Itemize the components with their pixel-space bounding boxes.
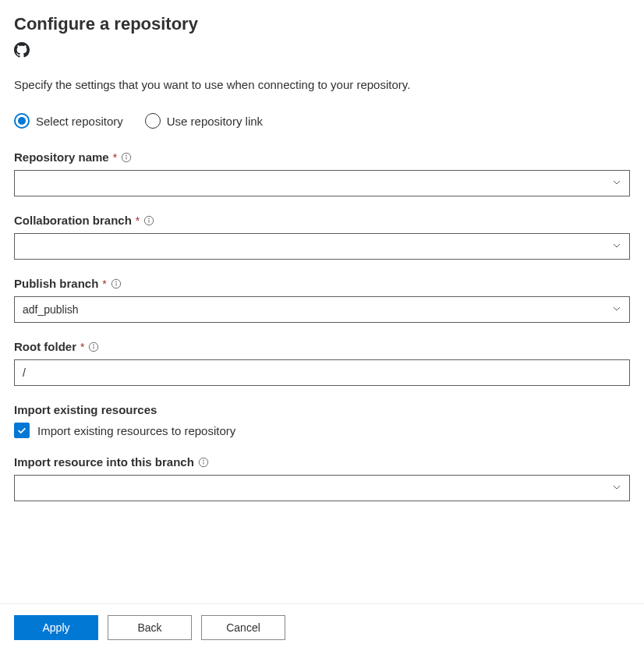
import-branch-dropdown[interactable] (14, 475, 630, 501)
chevron-down-icon (612, 240, 621, 253)
repository-name-field-group: Repository name * (14, 150, 630, 196)
collaboration-branch-dropdown[interactable] (14, 233, 630, 260)
repository-mode-radio-group: Select repository Use repository link (14, 113, 630, 129)
radio-unselected-icon (145, 113, 161, 129)
required-indicator: * (113, 151, 117, 164)
github-icon (14, 47, 30, 60)
back-button[interactable]: Back (108, 615, 192, 640)
cancel-button[interactable]: Cancel (201, 615, 285, 640)
root-folder-field-group: Root folder * (14, 340, 630, 386)
import-existing-label: Import existing resources (14, 403, 630, 416)
collaboration-branch-label: Collaboration branch (14, 214, 132, 227)
root-folder-label: Root folder (14, 340, 76, 353)
description-text: Specify the settings that you want to us… (14, 78, 630, 91)
svg-point-1 (126, 154, 127, 155)
repository-name-dropdown[interactable] (14, 170, 630, 196)
repository-name-label: Repository name (14, 150, 109, 164)
info-icon[interactable] (88, 341, 99, 352)
import-existing-checkbox[interactable] (14, 423, 30, 438)
collaboration-branch-field-group: Collaboration branch * (14, 214, 630, 260)
dropdown-value: adf_publish (23, 303, 79, 316)
svg-point-4 (149, 218, 150, 218)
select-repository-radio[interactable]: Select repository (14, 113, 123, 129)
publish-branch-label: Publish branch (14, 277, 98, 290)
info-icon[interactable] (143, 215, 154, 226)
checkbox-label: Import existing resources to repository (37, 424, 235, 437)
info-icon[interactable] (198, 457, 209, 468)
radio-label: Select repository (36, 115, 123, 128)
info-icon[interactable] (121, 152, 132, 163)
radio-selected-icon (14, 113, 30, 129)
use-repository-link-radio[interactable]: Use repository link (145, 113, 263, 129)
info-icon[interactable] (111, 278, 122, 289)
required-indicator: * (80, 341, 84, 353)
required-indicator: * (102, 278, 106, 290)
page-title: Configure a repository (14, 14, 630, 34)
publish-branch-dropdown[interactable]: adf_publish (14, 296, 630, 323)
footer-button-bar: Apply Back Cancel (0, 603, 644, 651)
provider-icon-row (14, 42, 630, 61)
import-branch-field-group: Import resource into this branch (14, 455, 630, 501)
svg-point-13 (203, 459, 203, 460)
root-folder-input[interactable] (14, 359, 630, 386)
import-branch-label: Import resource into this branch (14, 455, 194, 469)
svg-point-10 (94, 344, 94, 345)
publish-branch-field-group: Publish branch * adf_publish (14, 277, 630, 323)
apply-button[interactable]: Apply (14, 615, 98, 640)
import-existing-section: Import existing resources Import existin… (14, 403, 630, 438)
svg-point-7 (115, 281, 116, 281)
required-indicator: * (136, 214, 140, 227)
chevron-down-icon (612, 482, 621, 494)
chevron-down-icon (612, 303, 621, 316)
radio-label: Use repository link (167, 115, 263, 128)
chevron-down-icon (612, 177, 621, 189)
